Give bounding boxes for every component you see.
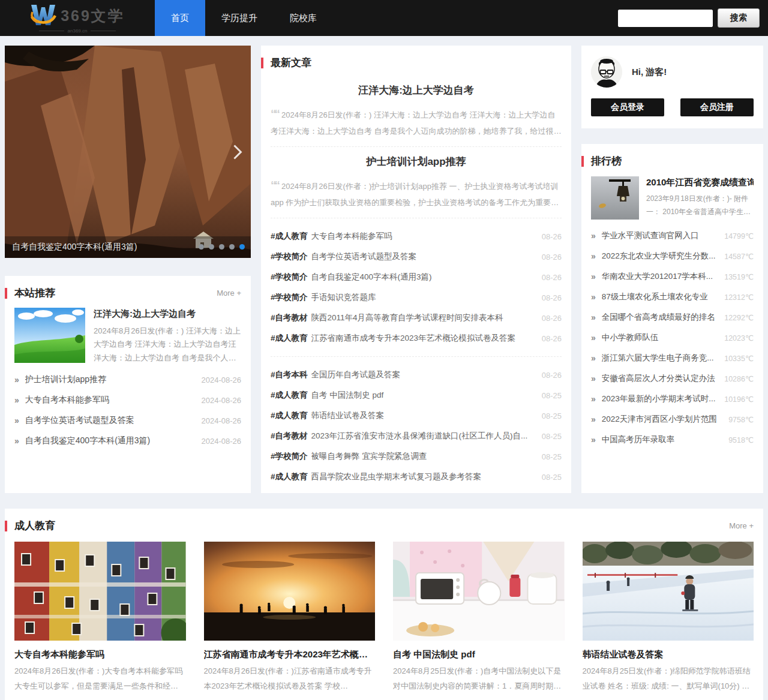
ranking-featured-meta: 2023年9月18日发(作者：)- 附件一： 2010年全省普通高中学生综合 — [646, 193, 754, 218]
article-row[interactable]: #学校简介 被曝自考舞弊 宜宾学院紧急调查 08-25 — [261, 446, 571, 467]
heat-count: 12312℃ — [724, 293, 754, 302]
ranking-row[interactable]: 2023年最新的小学期末考试时... 10196℃ — [581, 389, 763, 409]
double-arrow-icon — [14, 375, 19, 384]
article-row[interactable]: #成人教育 大专自考本科能参军吗 08-26 — [261, 226, 571, 247]
list-item[interactable]: 自考自我鉴定400字本科(通用3篇) 2024-08-26 — [5, 431, 251, 451]
double-arrow-icon — [591, 414, 596, 424]
card-title[interactable]: 江苏省南通市成考专升本2023年艺术概论... — [204, 649, 376, 660]
article-card[interactable]: 江苏省南通市成考专升本2023年艺术概论... 2024年8月26日发(作者：)… — [204, 542, 376, 700]
featured-article-excerpt: 2024年8月26日发(作者：) 汪洋大海：边上大学边自考 汪洋大海：边上大学边… — [271, 110, 562, 139]
user-panel: Hi, 游客! 会员登录 会员注册 — [581, 46, 763, 128]
ranking-row[interactable]: 华南农业大学2012017学本科... 13519℃ — [581, 266, 763, 287]
article-tag[interactable]: #成人教育 — [271, 231, 308, 242]
double-arrow-icon — [591, 353, 596, 363]
featured-article[interactable]: 汪洋大海:边上大学边自考 2024年8月26日发(作者：) 汪洋大海：边上大学边… — [261, 83, 571, 139]
ranking-featured-title[interactable]: 2010年江西省竞赛成绩查询 — [646, 177, 754, 188]
featured-article[interactable]: 护士培训计划app推荐 2024年8月26日发(作者：)护士培训计划app推荐 … — [261, 155, 571, 210]
featured-article-title[interactable]: 汪洋大海:边上大学边自考 — [271, 83, 562, 97]
article-row[interactable]: #自考教材 2023年江苏省淮安市涟水县保滩街道缺口(社区工作人员)自... 0… — [261, 426, 571, 446]
heat-count: 12292℃ — [724, 313, 754, 322]
nav-item-home[interactable]: 首页 — [155, 0, 205, 36]
article-card[interactable]: 大专自考本科能参军吗 2024年8月26日发(作者：)大专自考本科能参军吗 大专… — [14, 542, 186, 700]
search-button[interactable]: 搜索 — [718, 8, 760, 28]
article-card[interactable]: 自考 中国法制史 pdf 2024年8月25日发(作者：)自考中国法制史以下是对… — [393, 542, 565, 700]
article-tag[interactable]: #成人教育 — [271, 333, 308, 344]
carousel-dot-1[interactable] — [199, 244, 204, 250]
article-card[interactable]: 韩语结业试卷及答案 2024年8月25日发(作者：)绵阳师范学院韩语班结业试卷 … — [583, 542, 754, 700]
article-row[interactable]: #学校简介 自考自我鉴定400字本科(通用3篇) 08-26 — [261, 267, 571, 287]
nav-item-colleges[interactable]: 院校库 — [274, 0, 333, 36]
carousel[interactable]: 自考自我鉴定400字本科(通用3篇) — [5, 46, 251, 258]
ranking-row[interactable]: 2022东北农业大学研究生分数... 14587℃ — [581, 246, 763, 266]
ranking-row[interactable]: 全国哪个省高考成绩最好的排名 12292℃ — [581, 307, 763, 328]
main-nav: 首页 学历提升 院校库 — [155, 0, 333, 36]
recommend-more-link[interactable]: More + — [217, 289, 241, 298]
list-item[interactable]: 护士培训计划app推荐 2024-08-26 — [5, 369, 251, 390]
nav-item-degree[interactable]: 学历提升 — [205, 0, 274, 36]
ranking-row[interactable]: 中国高考历年录取率 9518℃ — [581, 429, 763, 450]
quote-icon — [271, 179, 278, 191]
ranking-row[interactable]: 2022天津市河西区小学划片范围 9758℃ — [581, 409, 763, 429]
ranking-row[interactable]: 浙江第六届大学生电子商务竞... 10335℃ — [581, 348, 763, 368]
carousel-image-cliff — [5, 46, 251, 258]
recommend-featured-title[interactable]: 汪洋大海:边上大学边自考 — [94, 308, 241, 320]
card-title[interactable]: 韩语结业试卷及答案 — [583, 649, 754, 660]
recommend-featured[interactable]: 汪洋大海:边上大学边自考 2024年8月26日发(作者：) 汪洋大海：边上大学边… — [5, 307, 251, 369]
featured-article-title[interactable]: 护士培训计划app推荐 — [271, 155, 562, 169]
article-tag[interactable]: #成人教育 — [271, 390, 308, 401]
article-row[interactable]: #成人教育 韩语结业试卷及答案 08-25 — [261, 405, 571, 426]
carousel-dot-4[interactable] — [229, 244, 235, 250]
article-tag[interactable]: #学校简介 — [271, 251, 308, 262]
carousel-dot-3[interactable] — [219, 244, 224, 250]
article-tag[interactable]: #自考本科 — [271, 369, 308, 380]
list-item[interactable]: 自考学位英语考试题型及答案 2024-08-26 — [5, 410, 251, 431]
card-image-sunset-crowd[interactable] — [204, 542, 376, 641]
card-image-kitchen-appliances[interactable] — [393, 542, 565, 641]
card-image-colorful-building[interactable] — [14, 542, 186, 641]
list-item[interactable]: 大专自考本科能参军吗 2024-08-26 — [5, 390, 251, 410]
heat-count: 10335℃ — [724, 354, 754, 363]
article-tag[interactable]: #学校简介 — [271, 451, 308, 462]
carousel-next-icon[interactable] — [224, 134, 248, 170]
category-title: 成人教育 — [14, 519, 729, 533]
article-row[interactable]: #成人教育 西昌学院农业昆虫学期末考试复习题及参考答案 08-25 — [261, 467, 571, 487]
ranking-row[interactable]: 中小学教师队伍 12023℃ — [581, 328, 763, 348]
recommend-title: 本站推荐 — [14, 286, 217, 300]
article-tag[interactable]: #自考教材 — [271, 313, 308, 323]
ranking-featured[interactable]: 2010年江西省竞赛成绩查询 2023年9月18日发(作者：)- 附件一： 20… — [581, 175, 763, 226]
article-tag[interactable]: #成人教育 — [271, 410, 308, 421]
login-button[interactable]: 会员登录 — [591, 98, 664, 116]
category-more-link[interactable]: More + — [729, 521, 754, 530]
article-tag[interactable]: #自考教材 — [271, 431, 308, 441]
card-description: 2024年8月25日发(作者：)绵阳师范学院韩语班结业试卷 姓名：班级: 成绩:… — [583, 664, 754, 693]
divider — [271, 218, 562, 218]
logo-text: 369文学 — [61, 6, 125, 26]
article-tag[interactable]: #学校简介 — [271, 272, 308, 283]
article-row[interactable]: #成人教育 江苏省南通市成考专升本2023年艺术概论模拟试卷及答案 08-26 — [261, 328, 571, 349]
double-arrow-icon — [591, 272, 596, 281]
card-title[interactable]: 大专自考本科能参军吗 — [14, 649, 186, 660]
card-title[interactable]: 自考 中国法制史 pdf — [393, 649, 565, 660]
heat-count: 9758℃ — [728, 415, 754, 424]
article-tag[interactable]: #成人教育 — [271, 471, 308, 482]
site-logo[interactable]: 369文学 an369.cn — [0, 0, 155, 36]
carousel-dot-2[interactable] — [209, 244, 214, 250]
article-row[interactable]: #学校简介 自考学位英语考试题型及答案 08-26 — [261, 247, 571, 267]
ranking-row[interactable]: 学业水平测试查询官网入口 14799℃ — [581, 226, 763, 246]
main-content: 自考自我鉴定400字本科(通用3篇) 本站推荐 More + — [0, 36, 768, 493]
search-input[interactable] — [618, 10, 713, 27]
ranking-row[interactable]: 87级土壤农化系土壤农化专业 12312℃ — [581, 287, 763, 307]
card-image-ski-snow[interactable] — [583, 542, 754, 641]
article-row[interactable]: #成人教育 自考 中国法制史 pdf 08-25 — [261, 385, 571, 405]
register-button[interactable]: 会员注册 — [680, 98, 754, 116]
article-row[interactable]: #自考本科 全国历年自考试题及答案 08-26 — [261, 365, 571, 385]
article-tag[interactable]: #学校简介 — [271, 292, 308, 303]
double-arrow-icon — [591, 333, 596, 343]
card-description: 2024年8月26日发(作者：)大专自考本科能参军吗 大专生可以参军，但是需要满… — [14, 664, 186, 693]
double-arrow-icon — [14, 416, 19, 425]
article-row[interactable]: #学校简介 手语知识竞答题库 08-26 — [261, 287, 571, 308]
ranking-row[interactable]: 安徽省高层次人才分类认定办法 10286℃ — [581, 368, 763, 389]
heat-count: 12023℃ — [724, 334, 754, 343]
article-row[interactable]: #自考教材 陕西2011年4月高等教育自学考试课程时间安排表本科 08-26 — [261, 308, 571, 328]
carousel-dot-5[interactable] — [239, 244, 245, 250]
